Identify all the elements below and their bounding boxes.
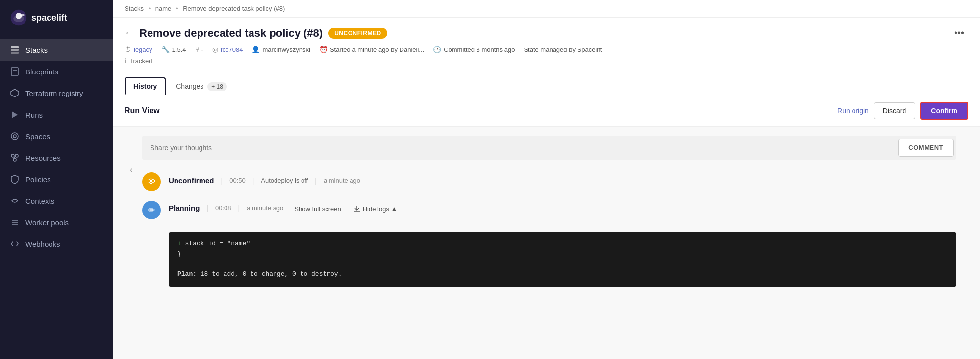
collapse-button[interactable]: ‹ xyxy=(125,163,138,177)
run-origin-button[interactable]: Run origin xyxy=(837,107,869,115)
author-text: marcinwyszynski xyxy=(262,46,310,53)
tab-changes-badge: + 18 xyxy=(207,82,227,91)
svg-point-16 xyxy=(13,158,16,161)
hide-logs-label: Hide logs xyxy=(363,205,389,213)
planning-label: Planning xyxy=(169,204,200,212)
svg-point-13 xyxy=(13,135,16,138)
tab-changes[interactable]: Changes + 18 xyxy=(168,78,235,94)
svg-point-14 xyxy=(11,154,14,157)
contexts-icon xyxy=(10,196,20,206)
svg-rect-7 xyxy=(11,68,18,75)
meta-legacy: ⏱ legacy xyxy=(125,46,152,53)
unconfirmed-label: Unconfirmed xyxy=(169,176,214,185)
sidebar-item-spaces[interactable]: Spaces xyxy=(0,125,113,147)
svg-marker-11 xyxy=(12,111,18,118)
sidebar-item-label: Worker pools xyxy=(25,218,69,227)
comment-button[interactable]: COMMENT xyxy=(898,139,954,157)
svg-rect-6 xyxy=(11,52,19,54)
sidebar-item-label: Runs xyxy=(25,111,43,119)
terraform-version-icon: 🔧 xyxy=(161,46,170,53)
tab-history-label: History xyxy=(133,82,157,90)
breadcrumb-sep2: • xyxy=(176,5,178,12)
meta-started: ⏰ Started a minute ago by Daniell... xyxy=(319,46,424,53)
sidebar-item-worker-pools[interactable]: Worker pools xyxy=(0,212,113,233)
log-box: + stack_id = "name" } Plan: 18 to add, 0… xyxy=(169,232,956,287)
run-view-actions: Run origin Discard Confirm xyxy=(837,102,968,120)
svg-point-12 xyxy=(11,133,18,140)
branch-text: - xyxy=(201,46,203,53)
log-line-3 xyxy=(177,260,948,270)
unconfirmed-ago: a minute ago xyxy=(324,177,360,184)
content-area: ‹ COMMENT 👁 Unconfirmed | 00:50 xyxy=(113,127,980,359)
tab-changes-label: Changes xyxy=(176,82,203,90)
commit-icon: ◎ xyxy=(212,46,218,53)
worker-pools-icon xyxy=(10,217,20,227)
sidebar-item-label: Policies xyxy=(25,175,51,184)
tab-history[interactable]: History xyxy=(125,77,166,95)
main-content: Stacks • name • Remove deprecated task p… xyxy=(113,0,980,359)
committed-text: Committed 3 months ago xyxy=(444,46,515,53)
log-actions: Show full screen Hide logs ▲ xyxy=(290,205,397,213)
log-line-4: Plan: 18 to add, 0 to change, 0 to destr… xyxy=(177,269,948,280)
unconfirmed-status: Autodeploy is off xyxy=(261,177,308,184)
sidebar-item-label: Stacks xyxy=(25,46,48,54)
sidebar-item-policies[interactable]: Policies xyxy=(0,168,113,190)
sidebar-item-webhooks[interactable]: Webhooks xyxy=(0,233,113,255)
back-button[interactable]: ← xyxy=(125,28,133,38)
page-header: ← Remove deprecated task policy (#8) UNC… xyxy=(113,18,980,71)
sidebar-item-contexts[interactable]: Contexts xyxy=(0,190,113,212)
hide-logs-button[interactable]: Hide logs ▲ xyxy=(353,205,397,213)
commit-link[interactable]: fcc7084 xyxy=(221,46,243,53)
timeline-item-unconfirmed: 👁 Unconfirmed | 00:50 | Autodeploy is of… xyxy=(142,172,956,191)
legacy-link[interactable]: legacy xyxy=(134,46,152,53)
sidebar-item-resources[interactable]: Resources xyxy=(0,147,113,168)
state-text: State managed by Spacelift xyxy=(524,46,602,53)
page-title: Remove deprecated task policy (#8) xyxy=(139,27,323,40)
comment-input[interactable] xyxy=(142,137,895,159)
timeline-main-unconfirmed: Unconfirmed | 00:50 | Autodeploy is off … xyxy=(169,176,956,185)
webhooks-icon xyxy=(10,239,20,249)
log-line-2: } xyxy=(177,249,948,260)
sidebar-item-label: Terraform registry xyxy=(25,89,83,97)
unconfirmed-duration: 00:50 xyxy=(229,177,246,184)
sidebar-item-stacks[interactable]: Stacks xyxy=(0,39,113,61)
sidebar-item-label: Spaces xyxy=(25,132,50,141)
meta-author: 👤 marcinwyszynski xyxy=(251,46,310,53)
branch-icon: ⑂ xyxy=(195,46,199,53)
sidebar-item-label: Contexts xyxy=(25,197,54,205)
more-options-button[interactable]: ••• xyxy=(950,25,968,41)
svg-marker-10 xyxy=(11,89,19,97)
show-fullscreen-link[interactable]: Show full screen xyxy=(294,205,341,213)
log-line-1: + stack_id = "name" xyxy=(177,239,948,249)
policies-icon xyxy=(10,174,20,184)
sidebar-item-terraform[interactable]: Terraform registry xyxy=(0,82,113,104)
sidebar-item-blueprints[interactable]: Blueprints xyxy=(0,61,113,82)
breadcrumb-name[interactable]: name xyxy=(155,5,172,12)
meta-branch: ⑂ - xyxy=(195,46,203,53)
discard-button[interactable]: Discard xyxy=(874,102,915,119)
timeline-item-planning: ✏ Planning | 00:08 | a minute ago Show f… xyxy=(142,199,956,287)
breadcrumb: Stacks • name • Remove deprecated task p… xyxy=(113,0,980,18)
status-badge: UNCONFIRMED xyxy=(328,28,387,39)
svg-point-15 xyxy=(15,154,18,157)
breadcrumb-sep1: • xyxy=(149,5,151,12)
download-icon xyxy=(353,205,361,213)
content-inner: ‹ COMMENT 👁 Unconfirmed | 00:50 xyxy=(113,136,980,298)
meta-committed: 🕐 Committed 3 months ago xyxy=(433,46,515,53)
sidebar-nav: Stacks Blueprints Terraform registry Run… xyxy=(0,35,113,259)
terraform-icon xyxy=(10,88,20,98)
confirm-button[interactable]: Confirm xyxy=(920,102,968,120)
sidebar-item-runs[interactable]: Runs xyxy=(0,104,113,125)
meta-version: 🔧 1.5.4 xyxy=(161,46,186,53)
resources-icon xyxy=(10,153,20,163)
breadcrumb-stacks[interactable]: Stacks xyxy=(125,5,144,12)
tabs-row: History Changes + 18 xyxy=(113,71,980,95)
logo[interactable]: spacelift xyxy=(0,0,113,35)
planning-duration: 00:08 xyxy=(215,204,231,212)
version-text: 1.5.4 xyxy=(172,46,186,53)
page-title-left: ← Remove deprecated task policy (#8) UNC… xyxy=(125,27,387,40)
committed-icon: 🕐 xyxy=(433,46,441,53)
breadcrumb-page: Remove deprecated task policy (#8) xyxy=(183,5,285,12)
clock-icon: ⏱ xyxy=(125,46,131,53)
started-icon: ⏰ xyxy=(319,46,327,53)
